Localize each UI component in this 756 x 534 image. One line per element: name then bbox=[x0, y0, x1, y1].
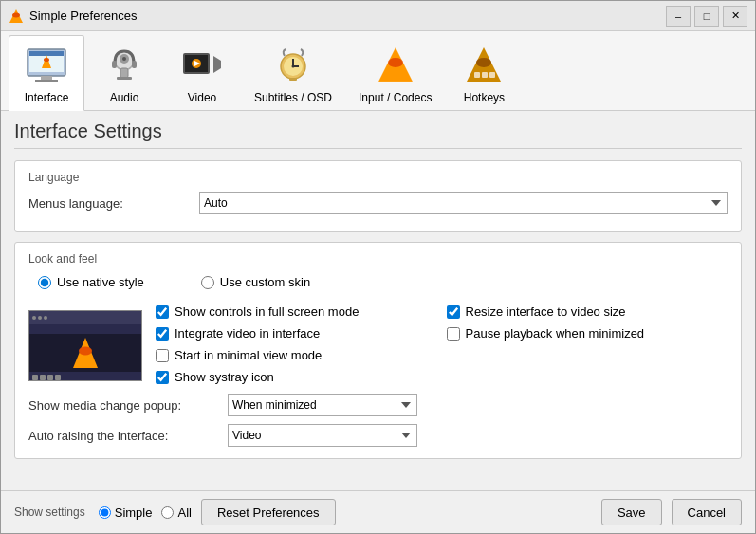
show-systray-text: Show systray icon bbox=[175, 370, 274, 384]
ctrl-btn-2 bbox=[40, 375, 46, 380]
input-icon bbox=[373, 42, 418, 87]
start-minimal-checkbox[interactable] bbox=[156, 349, 169, 362]
preview-dot-2 bbox=[38, 316, 42, 320]
cancel-button[interactable]: Cancel bbox=[672, 499, 742, 525]
vlc-preview bbox=[28, 310, 142, 381]
integrate-video-checkbox[interactable] bbox=[156, 327, 169, 341]
svg-rect-6 bbox=[35, 80, 58, 82]
ctrl-btn-4 bbox=[55, 375, 61, 380]
hotkeys-icon bbox=[461, 42, 507, 87]
svg-rect-13 bbox=[117, 77, 132, 80]
use-native-style-label[interactable]: Use native style bbox=[38, 275, 144, 289]
nav-bar: Interface Audio bbox=[1, 31, 755, 111]
show-settings-label: Show settings bbox=[14, 506, 85, 519]
simple-label: Simple bbox=[115, 506, 153, 520]
reset-preferences-button[interactable]: Reset Preferences bbox=[201, 499, 336, 525]
close-button[interactable]: ✕ bbox=[723, 6, 747, 27]
preview-controls bbox=[29, 372, 141, 381]
all-label: All bbox=[177, 506, 191, 520]
simple-radio-label[interactable]: Simple bbox=[99, 506, 153, 520]
show-media-label: Show media change popup: bbox=[28, 398, 218, 413]
save-button[interactable]: Save bbox=[601, 499, 662, 525]
start-minimal-checkbox-label[interactable]: Start in minimal view mode bbox=[156, 346, 437, 364]
svg-rect-12 bbox=[120, 68, 128, 78]
svg-rect-32 bbox=[474, 72, 480, 78]
svg-rect-15 bbox=[132, 61, 137, 68]
show-systray-checkbox-label[interactable]: Show systray icon bbox=[156, 368, 437, 386]
show-media-select[interactable]: When minimized Always Never bbox=[228, 394, 417, 416]
window-title: Simple Preferences bbox=[29, 9, 666, 23]
all-radio[interactable] bbox=[161, 506, 174, 519]
use-custom-skin-radio[interactable] bbox=[201, 276, 214, 289]
preview-content bbox=[29, 334, 141, 372]
look-feel-section: Look and feel Use native style Use custo… bbox=[14, 242, 742, 459]
menus-language-row: Menus language: Auto English French Germ… bbox=[28, 192, 728, 214]
resize-interface-checkbox-label[interactable]: Resize interface to video size bbox=[447, 303, 728, 321]
page-title: Interface Settings bbox=[14, 120, 742, 149]
svg-point-1 bbox=[12, 12, 20, 17]
language-section: Language Menus language: Auto English Fr… bbox=[14, 160, 742, 232]
nav-item-hotkeys[interactable]: Hotkeys bbox=[446, 35, 522, 110]
svg-rect-5 bbox=[41, 76, 52, 80]
use-custom-skin-text: Use custom skin bbox=[220, 275, 310, 289]
bottom-bar: Show settings Simple All Reset Preferenc… bbox=[1, 490, 755, 533]
nav-item-input[interactable]: Input / Codecs bbox=[346, 35, 444, 110]
simple-radio[interactable] bbox=[99, 506, 111, 519]
use-native-style-text: Use native style bbox=[57, 275, 144, 289]
auto-raising-row: Auto raising the interface: Video Always… bbox=[28, 424, 728, 447]
minimize-button[interactable]: – bbox=[666, 6, 691, 27]
interface-icon bbox=[24, 42, 69, 87]
nav-label-hotkeys: Hotkeys bbox=[464, 91, 505, 104]
nav-label-audio: Audio bbox=[110, 91, 139, 104]
pause-playback-checkbox[interactable] bbox=[447, 327, 460, 341]
svg-rect-34 bbox=[489, 72, 495, 78]
nav-item-video[interactable]: Video bbox=[164, 35, 240, 110]
ctrl-btn-3 bbox=[47, 375, 53, 380]
nav-label-input: Input / Codecs bbox=[359, 91, 432, 104]
pause-playback-checkbox-label[interactable]: Pause playback when minimized bbox=[447, 324, 728, 342]
preview-menu bbox=[29, 324, 141, 334]
show-media-row: Show media change popup: When minimized … bbox=[28, 394, 728, 416]
nav-label-subtitles: Subtitles / OSD bbox=[254, 91, 332, 104]
subtitles-icon bbox=[270, 42, 316, 87]
svg-point-28 bbox=[388, 58, 403, 67]
svg-point-36 bbox=[79, 347, 92, 356]
resize-interface-text: Resize interface to video size bbox=[466, 304, 626, 319]
pause-playback-text: Pause playback when minimized bbox=[466, 326, 645, 341]
svg-rect-26 bbox=[289, 78, 297, 81]
nav-item-audio[interactable]: Audio bbox=[86, 35, 162, 110]
svg-point-31 bbox=[476, 58, 491, 67]
content-area: Interface Settings Language Menus langua… bbox=[1, 111, 755, 490]
audio-icon bbox=[101, 42, 147, 87]
nav-label-video: Video bbox=[188, 91, 216, 104]
preview-dot-1 bbox=[32, 316, 36, 320]
look-feel-title: Look and feel bbox=[28, 252, 728, 266]
menus-language-label: Menus language: bbox=[28, 196, 199, 211]
nav-item-interface[interactable]: Interface bbox=[9, 35, 84, 111]
main-window: Simple Preferences – □ ✕ Interface bbox=[0, 0, 756, 534]
svg-rect-14 bbox=[112, 61, 117, 68]
svg-marker-18 bbox=[213, 56, 221, 73]
nav-item-subtitles[interactable]: Subtitles / OSD bbox=[242, 35, 344, 110]
all-radio-label[interactable]: All bbox=[161, 506, 191, 520]
show-systray-checkbox[interactable] bbox=[156, 371, 169, 384]
show-controls-checkbox-label[interactable]: Show controls in full screen mode bbox=[156, 303, 437, 321]
svg-point-11 bbox=[122, 57, 126, 61]
show-controls-checkbox[interactable] bbox=[156, 305, 169, 319]
style-radio-row: Use native style Use custom skin bbox=[38, 275, 728, 289]
app-icon bbox=[9, 9, 24, 24]
auto-raising-select[interactable]: Video Always Never bbox=[228, 424, 417, 447]
use-native-style-radio[interactable] bbox=[38, 276, 51, 289]
title-bar: Simple Preferences – □ ✕ bbox=[1, 1, 755, 31]
show-controls-text: Show controls in full screen mode bbox=[175, 304, 359, 319]
ctrl-btn-1 bbox=[32, 375, 38, 380]
resize-interface-checkbox[interactable] bbox=[447, 305, 460, 319]
start-minimal-text: Start in minimal view mode bbox=[175, 348, 322, 362]
integrate-video-checkbox-label[interactable]: Integrate video in interface bbox=[156, 324, 437, 342]
preview-title-bar bbox=[29, 311, 141, 324]
nav-label-interface: Interface bbox=[25, 91, 69, 104]
integrate-video-text: Integrate video in interface bbox=[175, 326, 320, 341]
maximize-button[interactable]: □ bbox=[694, 6, 719, 27]
menus-language-select[interactable]: Auto English French German Spanish bbox=[199, 192, 728, 214]
use-custom-skin-label[interactable]: Use custom skin bbox=[201, 275, 310, 289]
